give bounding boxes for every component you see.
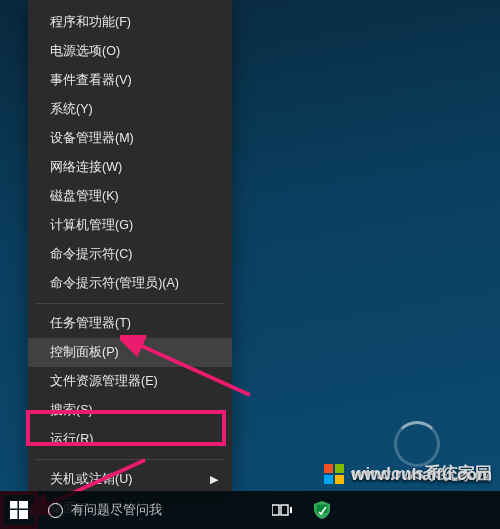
chevron-right-icon: ▶	[210, 465, 218, 494]
loading-spinner	[394, 421, 440, 467]
cortana-ring-icon	[48, 503, 63, 518]
menu-item-label: 设备管理器(M)	[50, 124, 134, 153]
svg-rect-10	[272, 505, 279, 515]
menu-item-device-manager[interactable]: 设备管理器(M)	[28, 124, 232, 153]
menu-item-event-viewer[interactable]: 事件查看器(V)	[28, 66, 232, 95]
svg-rect-3	[335, 464, 344, 473]
menu-item-system[interactable]: 系统(Y)	[28, 95, 232, 124]
svg-rect-4	[324, 475, 333, 484]
menu-item-label: 文件资源管理器(E)	[50, 367, 158, 396]
menu-item-computer-management[interactable]: 计算机管理(G)	[28, 211, 232, 240]
shield-app-icon	[312, 500, 332, 520]
menu-item-shutdown-or-signout[interactable]: 关机或注销(U) ▶	[28, 465, 232, 494]
menu-item-programs-and-features[interactable]: 程序和功能(F)	[28, 8, 232, 37]
menu-separator	[36, 303, 224, 304]
menu-item-network-connections[interactable]: 网络连接(W)	[28, 153, 232, 182]
windows-logo-icon	[324, 463, 346, 485]
menu-item-label: 系统(Y)	[50, 95, 93, 124]
menu-item-disk-management[interactable]: 磁盘管理(K)	[28, 182, 232, 211]
taskbar: 有问题尽管问我	[0, 491, 500, 529]
menu-item-label: 任务管理器(T)	[50, 309, 131, 338]
task-view-icon	[272, 502, 292, 518]
taskbar-pinned-apps	[262, 491, 342, 529]
svg-rect-8	[10, 510, 18, 519]
menu-item-label: 控制面板(P)	[50, 338, 119, 367]
menu-item-label: 关机或注销(U)	[50, 465, 132, 494]
menu-item-command-prompt[interactable]: 命令提示符(C)	[28, 240, 232, 269]
menu-item-label: 事件查看器(V)	[50, 66, 132, 95]
cortana-search-box[interactable]: 有问题尽管问我	[38, 491, 258, 529]
svg-rect-11	[281, 505, 288, 515]
menu-item-label: 磁盘管理(K)	[50, 182, 119, 211]
watermark-subtext: www.ruhaifu.com	[351, 465, 492, 485]
menu-item-command-prompt-admin[interactable]: 命令提示符(管理员)(A)	[28, 269, 232, 298]
menu-item-file-explorer[interactable]: 文件资源管理器(E)	[28, 367, 232, 396]
menu-item-label: 搜索(S)	[50, 396, 93, 425]
svg-rect-12	[290, 507, 292, 513]
svg-rect-7	[19, 501, 28, 509]
svg-rect-5	[335, 475, 344, 484]
menu-separator	[36, 459, 224, 460]
winx-context-menu: 程序和功能(F) 电源选项(O) 事件查看器(V) 系统(Y) 设备管理器(M)…	[28, 0, 232, 491]
start-button[interactable]	[0, 491, 38, 529]
taskbar-app-shield[interactable]	[302, 491, 342, 529]
menu-item-task-manager[interactable]: 任务管理器(T)	[28, 309, 232, 338]
desktop: 程序和功能(F) 电源选项(O) 事件查看器(V) 系统(Y) 设备管理器(M)…	[0, 0, 500, 529]
menu-item-power-options[interactable]: 电源选项(O)	[28, 37, 232, 66]
menu-item-run[interactable]: 运行(R)	[28, 425, 232, 454]
svg-rect-6	[10, 501, 18, 509]
menu-item-label: 网络连接(W)	[50, 153, 122, 182]
cortana-placeholder: 有问题尽管问我	[71, 502, 162, 519]
menu-item-label: 命令提示符(管理员)(A)	[50, 269, 179, 298]
menu-item-label: 运行(R)	[50, 425, 93, 454]
svg-rect-9	[19, 510, 28, 519]
menu-item-label: 命令提示符(C)	[50, 240, 132, 269]
task-view-button[interactable]	[262, 491, 302, 529]
menu-item-label: 电源选项(O)	[50, 37, 120, 66]
svg-rect-2	[324, 464, 333, 473]
windows-start-icon	[10, 501, 28, 519]
menu-item-search[interactable]: 搜索(S)	[28, 396, 232, 425]
menu-item-control-panel[interactable]: 控制面板(P)	[28, 338, 232, 367]
menu-item-label: 程序和功能(F)	[50, 8, 131, 37]
menu-item-label: 计算机管理(G)	[50, 211, 133, 240]
